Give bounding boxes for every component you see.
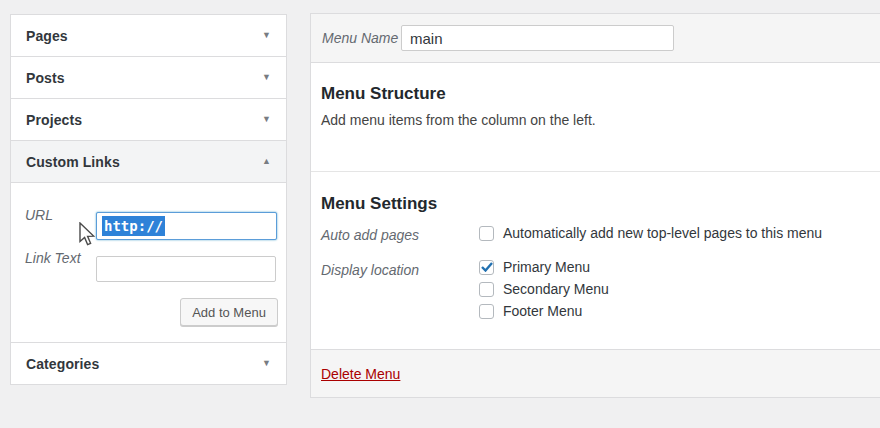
section-divider [311, 171, 880, 172]
url-input-selected-text: http:// [102, 216, 165, 236]
chevron-down-icon: ▼ [262, 31, 271, 40]
primary-menu-checkbox-label: Primary Menu [503, 259, 590, 275]
link-text-field-label: Link Text [25, 250, 81, 266]
accordion-posts[interactable]: Posts ▼ [10, 56, 287, 99]
add-to-menu-button[interactable]: Add to Menu [180, 298, 278, 326]
accordion-pages[interactable]: Pages ▼ [10, 14, 287, 57]
accordion-projects[interactable]: Projects ▼ [10, 98, 287, 141]
primary-menu-checkbox[interactable] [479, 260, 494, 275]
auto-add-pages-label: Auto add pages [321, 227, 471, 243]
menu-settings-heading: Menu Settings [321, 194, 437, 214]
delete-menu-link[interactable]: Delete Menu [321, 366, 400, 382]
menu-name-bar: Menu Name [311, 14, 880, 63]
display-location-label: Display location [321, 262, 471, 278]
accordion-pages-label: Pages [26, 28, 68, 44]
checkmark-icon [481, 262, 493, 272]
chevron-down-icon: ▼ [262, 359, 271, 368]
url-field-label: URL [25, 207, 53, 223]
auto-add-pages-checkbox-label: Automatically add new top-level pages to… [503, 225, 822, 241]
footer-menu-checkbox[interactable] [479, 304, 494, 319]
menu-editor-body: Menu Structure Add menu items from the c… [311, 63, 880, 350]
auto-add-pages-checkbox[interactable] [479, 226, 494, 241]
auto-add-pages-row: Automatically add new top-level pages to… [479, 225, 822, 241]
menu-items-sidebar: Pages ▼ Posts ▼ Projects ▼ Custom Links … [10, 14, 287, 385]
link-text-input[interactable] [96, 256, 276, 282]
menu-editor-panel: Menu Name Menu Structure Add menu items … [310, 13, 880, 398]
secondary-menu-checkbox[interactable] [479, 282, 494, 297]
display-location-footer-row: Footer Menu [479, 303, 582, 319]
chevron-down-icon: ▼ [262, 115, 271, 124]
menu-footer-bar: Delete Menu [311, 349, 880, 397]
menu-structure-description: Add menu items from the column on the le… [321, 112, 596, 128]
menu-structure-heading: Menu Structure [321, 84, 446, 104]
footer-menu-checkbox-label: Footer Menu [503, 303, 582, 319]
menu-name-input[interactable] [401, 25, 674, 51]
menus-admin-screen: { "sidebar": { "panels": [ { "label": "P… [0, 0, 880, 428]
display-location-secondary-row: Secondary Menu [479, 281, 609, 297]
accordion-projects-label: Projects [26, 112, 82, 128]
accordion-posts-label: Posts [26, 70, 65, 86]
chevron-up-icon: ▲ [262, 157, 271, 166]
url-input[interactable]: http:// [96, 212, 277, 240]
accordion-custom-links-label: Custom Links [26, 154, 120, 170]
custom-links-panel: URL http:// Link Text Add to Menu [10, 182, 287, 343]
secondary-menu-checkbox-label: Secondary Menu [503, 281, 609, 297]
chevron-down-icon: ▼ [262, 73, 271, 82]
accordion-custom-links[interactable]: Custom Links ▲ [10, 140, 287, 183]
menu-name-label: Menu Name [322, 30, 401, 46]
accordion-categories-label: Categories [26, 356, 99, 372]
display-location-primary-row: Primary Menu [479, 259, 590, 275]
accordion-categories[interactable]: Categories ▼ [10, 342, 287, 385]
